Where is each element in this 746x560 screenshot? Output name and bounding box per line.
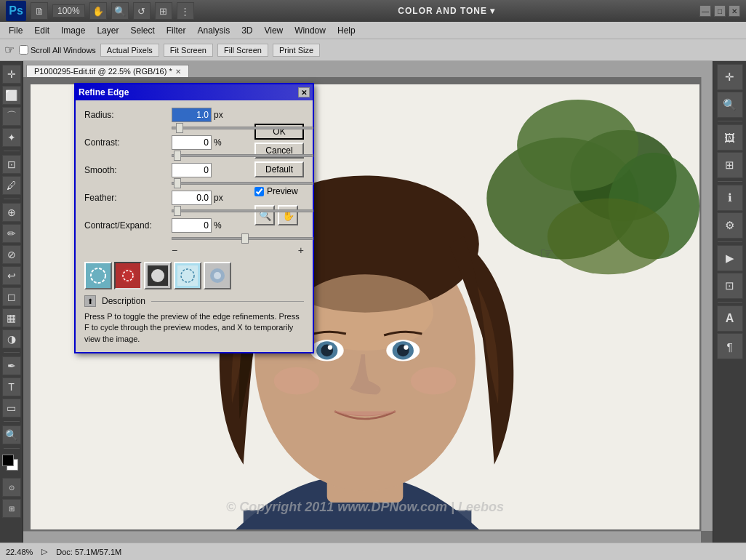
pen-tool[interactable]: ✒ — [2, 356, 21, 375]
rpanel-settings-icon[interactable]: ⚙ — [717, 212, 743, 239]
dialog-body: OK Cancel Default Preview 🔍 ✋ — [76, 100, 313, 352]
preview-mode-2[interactable] — [114, 262, 142, 289]
rpanel-text-icon[interactable]: A — [717, 305, 743, 332]
hand-tool-icon[interactable]: ✋ — [89, 2, 107, 20]
preview-checkbox[interactable] — [254, 187, 264, 196]
menu-image[interactable]: Image — [55, 22, 91, 39]
rpanel-play-icon[interactable]: ▶ — [717, 245, 743, 271]
zoom-in-button[interactable]: 🔍 — [254, 205, 275, 225]
zoom-tool[interactable]: 🔍 — [2, 425, 21, 444]
eraser-tool[interactable]: ◻ — [2, 287, 21, 306]
menu-window[interactable]: Window — [289, 22, 332, 39]
horizontal-scrollbar[interactable] — [23, 531, 701, 543]
zoom-tool-icon[interactable]: 🔍 — [111, 2, 129, 20]
menu-select[interactable]: Select — [124, 22, 160, 39]
rpanel-image-icon[interactable]: 🖼 — [717, 124, 743, 151]
minimize-button[interactable]: — — [699, 5, 711, 17]
canvas-tab-close[interactable]: ✕ — [175, 68, 181, 76]
preview-label: Preview — [267, 186, 298, 196]
dodge-tool[interactable]: ◑ — [2, 329, 21, 348]
contrast-slider[interactable] — [172, 154, 313, 157]
actual-pixels-button[interactable]: Actual Pixels — [100, 44, 159, 57]
preview-mode-1[interactable] — [84, 262, 112, 289]
default-button[interactable]: Default — [254, 161, 304, 177]
preview-mode-4[interactable] — [174, 262, 201, 289]
gradient-tool[interactable]: ▦ — [2, 308, 21, 327]
menu-analysis[interactable]: Analysis — [191, 22, 236, 39]
color-swatches[interactable] — [2, 455, 21, 473]
rotate-icon[interactable]: ↺ — [133, 2, 151, 20]
rpanel-info-icon[interactable]: ℹ — [717, 185, 743, 211]
spot-heal-tool[interactable]: ⊕ — [2, 203, 21, 222]
vertical-scrollbar[interactable] — [701, 77, 713, 531]
contract-slider-thumb[interactable] — [241, 233, 249, 244]
feather-input[interactable] — [172, 191, 212, 205]
history-brush-tool[interactable]: ↩ — [2, 266, 21, 285]
menu-edit[interactable]: Edit — [28, 22, 55, 39]
foreground-color-swatch[interactable] — [2, 455, 14, 466]
eyedropper-tool[interactable]: 🖊 — [2, 176, 21, 195]
file-icon[interactable]: 🗎 — [31, 2, 48, 20]
text-tool[interactable]: T — [2, 377, 21, 396]
feather-slider[interactable] — [172, 209, 313, 212]
status-nav-icon[interactable]: ▷ — [41, 547, 47, 556]
quick-mask-tool[interactable]: ⊙ — [2, 478, 21, 497]
magic-wand-tool[interactable]: ✦ — [2, 128, 21, 147]
smooth-slider-thumb[interactable] — [174, 178, 181, 188]
shape-tool[interactable]: ▭ — [2, 399, 21, 417]
menu-layer[interactable]: Layer — [91, 22, 124, 39]
tool-separator-3 — [4, 352, 20, 353]
radius-unit: px — [214, 110, 228, 120]
screen-mode-tool[interactable]: ⊞ — [2, 499, 21, 518]
rpanel-layers-icon[interactable]: ⊞ — [717, 152, 743, 178]
smooth-slider[interactable] — [172, 182, 313, 185]
canvas-tab-main[interactable]: P1000295-Edit.tif @ 22.5% (RGB/16) * ✕ — [26, 65, 189, 77]
print-size-button[interactable]: Print Size — [273, 44, 320, 57]
contract-slider-row: − + — [172, 237, 304, 256]
rpanel-zoom-tool[interactable]: 🔍 — [717, 92, 743, 118]
menu-help[interactable]: Help — [332, 22, 361, 39]
fit-screen-button[interactable]: Fit Screen — [164, 44, 213, 57]
preview-mode-5[interactable] — [204, 262, 231, 289]
lasso-tool[interactable]: ⌒ — [2, 107, 21, 126]
contract-slider[interactable] — [172, 237, 313, 240]
svg-point-15 — [274, 367, 320, 395]
menu-view[interactable]: View — [258, 22, 289, 39]
rpanel-para-icon[interactable]: ¶ — [717, 333, 743, 359]
description-chevron[interactable]: ⬆ — [84, 295, 96, 307]
fill-screen-button[interactable]: Fill Screen — [217, 44, 268, 57]
tool-separator-5 — [4, 448, 20, 449]
crop-tool[interactable]: ⊡ — [2, 155, 21, 174]
grid-icon[interactable]: ⋮ — [177, 2, 194, 20]
contract-input[interactable] — [172, 218, 212, 233]
close-button[interactable]: ✕ — [729, 5, 740, 17]
brush-tool[interactable]: ✏ — [2, 224, 21, 243]
pan-button[interactable]: ✋ — [278, 205, 298, 225]
move-tool[interactable]: ✛ — [2, 65, 21, 84]
radius-label: Radius: — [84, 110, 172, 120]
preview-mode-3[interactable] — [144, 262, 172, 289]
marquee-tool[interactable]: ⬜ — [2, 86, 21, 105]
smooth-input[interactable] — [172, 163, 212, 177]
scroll-all-checkbox[interactable] — [19, 45, 28, 55]
feather-slider-thumb[interactable] — [174, 206, 181, 216]
dialog-close-button[interactable]: ✕ — [298, 87, 310, 97]
screen-icon[interactable]: ⊞ — [155, 2, 172, 20]
maximize-button[interactable]: □ — [714, 5, 726, 17]
rpanel-transform-icon[interactable]: ⊡ — [717, 273, 743, 299]
rpanel-move-tool[interactable]: ✛ — [717, 64, 743, 90]
contrast-slider-thumb[interactable] — [174, 151, 181, 161]
clone-stamp-tool[interactable]: ⊘ — [2, 245, 21, 264]
radius-slider[interactable] — [172, 127, 313, 129]
menu-filter[interactable]: Filter — [161, 22, 192, 39]
radius-slider-thumb[interactable] — [176, 123, 183, 133]
preview-row: Preview — [254, 186, 304, 196]
contrast-input[interactable] — [172, 135, 212, 150]
title-bar-controls: — □ ✕ — [699, 5, 740, 17]
scroll-all-label[interactable]: Scroll All Windows — [19, 45, 96, 55]
radius-input[interactable] — [172, 108, 212, 122]
tool-separator-2 — [4, 199, 20, 199]
menu-3d[interactable]: 3D — [236, 22, 258, 39]
description-section: ⬆ Description Press P to toggle the prev… — [84, 295, 304, 345]
menu-file[interactable]: File — [3, 22, 28, 39]
